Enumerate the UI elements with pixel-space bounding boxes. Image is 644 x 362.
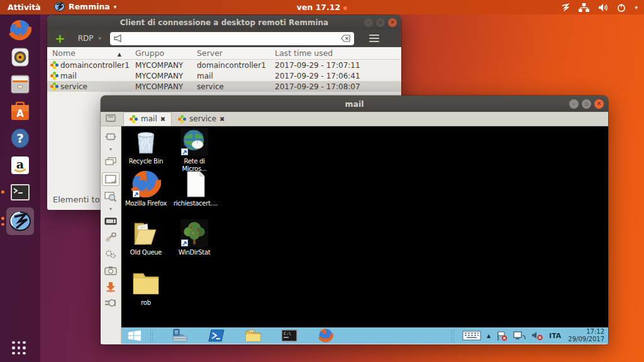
network-icon [579,3,589,12]
minimize-button[interactable]: – [364,18,373,27]
tab-bar: mail ✖ service ✖ [101,112,608,126]
quick-connect-input[interactable] [125,34,338,43]
tab-service[interactable]: service ✖ [172,112,231,126]
tab-mail[interactable]: mail ✖ [123,112,172,126]
show-applications-button[interactable] [0,341,40,358]
dock-item-rhythmbox[interactable] [0,43,40,70]
taskbar-date: 29/09/2017 [568,336,604,343]
remmina-titlebar[interactable]: Client di connessione a desktop remoti R… [47,15,401,30]
desktop-icon-label: rob [141,299,150,307]
desktop-icon-richiestacert[interactable]: richiestacert.... [170,169,221,207]
cmd-icon: C:\ [281,329,297,342]
table-row[interactable]: mail MYCOMPANY mail 2017-09-29 - 17:06:4… [47,70,401,81]
folder-icon [131,270,161,297]
start-button[interactable] [121,327,148,344]
rdp-connection-icon [50,61,58,69]
shortcut-arrow-icon [181,239,188,246]
remmina-indicator-icon [560,3,570,12]
tray-separator [451,329,455,342]
close-button[interactable]: ✕ [388,18,397,27]
menu-button[interactable] [369,33,379,44]
maximize-button[interactable]: ▫ [582,99,591,109]
close-tab-icon[interactable]: ✖ [160,116,165,123]
column-server[interactable]: Server [192,48,270,58]
dock-item-files[interactable] [0,70,40,97]
taskbar-clock[interactable]: 17:1229/09/2017 [567,328,604,343]
document-icon [183,170,208,199]
desktop-icon-rete-di-micros[interactable]: Rete di Micros... [169,127,219,173]
show-hidden-icons-button[interactable]: ▲ [487,333,491,339]
pin-toolbar-button[interactable] [106,114,116,123]
firefox-icon [318,328,333,343]
apps-grid-icon [12,341,28,358]
language-indicator[interactable]: ITA [549,332,561,340]
column-last-used[interactable]: Last time used [270,48,401,58]
action-center-flag-icon[interactable] [496,331,508,341]
help-icon: ? [9,128,31,149]
tab-label: service [189,114,216,123]
fullscreen-button[interactable] [101,129,121,145]
dock-item-terminal[interactable] [0,178,40,206]
desktop-icon-label: Recycle Bin [129,158,163,165]
table-row-selected[interactable]: service MYCOMPANY service 2017-09-29 - 1… [47,81,401,92]
column-group[interactable]: Gruppo [130,48,192,58]
touch-keyboard-icon[interactable] [462,331,481,341]
screenshot-button[interactable] [101,262,121,278]
running-indicator [1,178,4,206]
open-folder-icon [131,218,161,248]
preferences-button[interactable] [101,229,121,246]
launcher-dock: A ? a [0,14,40,362]
desktop-icon-label: Old Queue [130,249,162,256]
clock[interactable]: ven 17.12 [0,3,644,12]
zoom-options-button[interactable]: ▾ [101,205,121,213]
desktop-icon-rob[interactable]: rob [121,268,171,307]
fullscreen-options-button[interactable]: ▾ [101,145,121,153]
rdp-connection-icon [50,72,58,80]
amazon-icon: a [10,155,30,175]
taskbar-powershell[interactable] [198,327,235,344]
taskbar-file-explorer[interactable] [235,327,271,344]
new-connection-button[interactable]: + [55,32,65,45]
top-bar: Attività Remmina ▾ ven 17.12 ▾ [0,0,644,14]
close-tab-icon[interactable]: ✖ [219,116,225,123]
table-row[interactable]: domaincontroller1 MYCOMPANY domaincontro… [47,60,401,70]
remote-desktop[interactable]: Recycle Bin Rete di Micros... Mozilla Fi… [121,126,608,344]
close-button[interactable]: ✕ [594,99,604,109]
maximize-button[interactable]: ▫ [376,18,385,27]
disconnect-button[interactable] [101,295,121,311]
tools-button[interactable] [101,246,121,262]
taskbar-cmd[interactable]: C:\ [271,327,308,344]
protocol-dropdown[interactable]: RDP▾ [78,34,101,43]
taskbar-server-manager[interactable] [162,327,198,344]
server-manager-icon [171,328,189,343]
desktop-icon-mozilla-firefox[interactable]: Mozilla Firefox [121,169,171,207]
quick-connect-field[interactable] [110,32,354,45]
zoom-button[interactable] [101,189,121,205]
window-title: mail [345,99,364,109]
switch-window-mode-button[interactable] [101,153,121,170]
desktop-icon-label: WinDirStat [179,249,211,256]
dock-item-ubuntu-software[interactable]: A [0,97,40,124]
scaled-mode-button[interactable] [101,170,121,189]
chevron-down-icon: ▾ [99,35,102,41]
rdp-titlebar[interactable]: mail – ▫ ✕ [101,96,608,112]
powershell-icon [208,329,225,343]
dock-item-firefox[interactable] [0,16,40,43]
keyboard-grab-button[interactable] [101,213,121,229]
dock-item-remmina[interactable] [0,206,40,237]
desktop-icon-old-queue[interactable]: Old Queue [121,218,171,256]
minimize-button[interactable]: – [569,99,579,109]
svg-text:A: A [16,108,24,119]
table-header[interactable]: Nome▲ Gruppo Server Last time used [47,47,401,60]
system-tray[interactable]: ▾ [560,0,638,14]
desktop-icon-recycle-bin[interactable]: Recycle Bin [121,127,171,165]
minimize-to-tray-button[interactable] [101,278,121,295]
taskbar-firefox[interactable] [308,327,344,344]
dock-item-help[interactable]: ? [0,124,40,151]
rdp-window-mail: mail – ▫ ✕ mail ✖ service ✖ ▾ ▾ [101,96,608,344]
dock-item-amazon[interactable]: a [0,151,40,178]
network-status-icon[interactable] [513,331,526,341]
column-name[interactable]: Nome▲ [47,48,130,58]
volume-muted-icon[interactable] [531,331,543,341]
desktop-icon-windirstat[interactable]: WinDirStat [169,218,219,256]
